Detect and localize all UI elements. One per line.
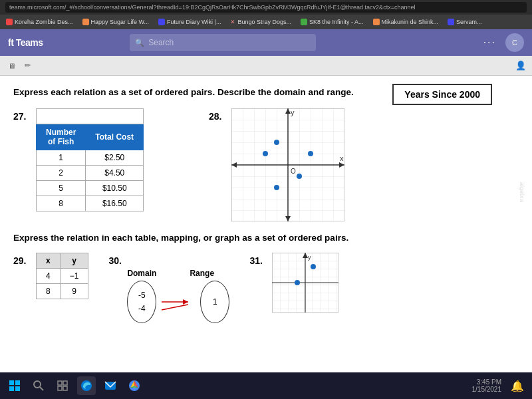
margin-watermark: algebra bbox=[519, 182, 525, 202]
svg-point-29 bbox=[34, 381, 41, 388]
svg-rect-26 bbox=[15, 380, 20, 385]
small-graph-31: y bbox=[272, 253, 338, 315]
problem-row-27-28: 27. Buying Aquarium Fish Number of Fish … bbox=[13, 108, 519, 221]
bookmark-3[interactable]: Future Diary Wiki |... bbox=[155, 17, 224, 27]
range-val-1: 1 bbox=[213, 297, 217, 307]
bookmark-label-3: Future Diary Wiki |... bbox=[167, 19, 221, 25]
taskbar-notification[interactable]: 🔔 bbox=[511, 380, 527, 392]
bookmark-icon-3 bbox=[158, 19, 165, 25]
years-since-label: Years Since 2000 bbox=[392, 84, 492, 105]
prob29-row2-x: 8 bbox=[37, 283, 61, 299]
search-placeholder: Search bbox=[148, 38, 174, 47]
taskbar-mail[interactable] bbox=[101, 376, 120, 395]
coordinate-grid-28: x y O bbox=[231, 108, 344, 221]
bookmark-icon-7 bbox=[448, 19, 454, 25]
taskbar-chrome[interactable] bbox=[125, 376, 144, 395]
bookmark-icon-6 bbox=[373, 19, 380, 25]
bookmark-1[interactable]: Koreha Zombie Des... bbox=[3, 17, 76, 27]
prob-num-29: 29. bbox=[13, 253, 32, 266]
fish-row2-cost: $4.50 bbox=[86, 165, 144, 180]
svg-text:O: O bbox=[291, 168, 296, 175]
grid-svg-31: y bbox=[272, 253, 338, 313]
svg-rect-27 bbox=[9, 386, 14, 391]
fish-table-title: Buying Aquarium Fish bbox=[37, 108, 144, 124]
svg-point-13 bbox=[297, 174, 302, 179]
svg-marker-16 bbox=[183, 299, 188, 305]
domain-val-1: -5 bbox=[138, 291, 146, 300]
fish-row4-cost: $16.50 bbox=[86, 196, 144, 211]
taskbar-search-button[interactable] bbox=[29, 376, 48, 395]
svg-point-12 bbox=[308, 151, 313, 156]
bookmark-5[interactable]: SK8 the Infinity - A... bbox=[297, 17, 367, 27]
bookmark-icon-5 bbox=[301, 19, 307, 25]
fish-row4-fish: 8 bbox=[37, 196, 86, 211]
taskbar-task-view[interactable] bbox=[53, 376, 72, 395]
bookmark-label-4: Bungo Stray Dogs... bbox=[237, 19, 291, 25]
mapping-arrow-svg bbox=[162, 281, 195, 323]
domain-label: Domain bbox=[127, 269, 156, 278]
toolbar-icon-pen[interactable]: ✏ bbox=[21, 60, 33, 72]
taskbar-clock: 3:45 PM 1/15/2021 bbox=[472, 378, 506, 393]
table-row: 1 $2.50 bbox=[37, 150, 144, 165]
url-text: teams.microsoft.com/_#/school/conversati… bbox=[9, 4, 415, 11]
table-row: 5 $10.50 bbox=[37, 180, 144, 196]
prob-num-27: 27. bbox=[13, 108, 32, 122]
prob-num-31: 31. bbox=[249, 253, 268, 266]
domain-oval: -5 -4 bbox=[127, 281, 156, 323]
teams-header: ft Teams 🔍 Search ··· C bbox=[0, 29, 532, 56]
fish-table-container: Buying Aquarium Fish Number of Fish Tota… bbox=[36, 108, 169, 211]
bookmark-6[interactable]: Mikakunin de Shink... bbox=[370, 17, 442, 27]
mail-icon bbox=[104, 380, 116, 392]
taskbar-edge[interactable] bbox=[77, 376, 96, 395]
prob-num-30: 30. bbox=[108, 253, 127, 266]
svg-rect-31 bbox=[58, 381, 62, 385]
problem-28: 28. bbox=[209, 108, 344, 221]
bookmark-7[interactable]: Servam... bbox=[444, 17, 485, 27]
search-icon: 🔍 bbox=[135, 39, 144, 47]
taskbar-time: 3:45 PM bbox=[477, 378, 501, 386]
url-display[interactable]: teams.microsoft.com/_#/school/conversati… bbox=[5, 2, 527, 13]
svg-rect-32 bbox=[63, 381, 67, 385]
bookmark-4[interactable]: ✕ Bungo Stray Dogs... bbox=[227, 17, 295, 27]
document-main: Years Since 2000 Express each relation a… bbox=[0, 76, 532, 399]
svg-line-30 bbox=[40, 387, 43, 390]
prob29-row2-y: 9 bbox=[60, 283, 88, 299]
prob29-table: x y 4 −1 8 9 bbox=[36, 253, 88, 299]
fish-row1-cost: $2.50 bbox=[86, 150, 144, 165]
bookmark-label-6: Mikakunin de Shink... bbox=[382, 19, 439, 25]
problem-29: 29. x y 4 −1 8 bbox=[13, 253, 88, 299]
prob29-row1-y: −1 bbox=[60, 268, 88, 283]
table-row: 4 −1 bbox=[37, 268, 88, 283]
toolbar-icon-person[interactable]: 👤 bbox=[515, 60, 527, 72]
bookmark-label-5: SK8 the Infinity - A... bbox=[309, 19, 364, 25]
bookmark-icon-1 bbox=[6, 19, 13, 25]
svg-text:x: x bbox=[340, 154, 344, 162]
user-avatar[interactable]: C bbox=[505, 33, 524, 52]
teams-logo: ft Teams bbox=[8, 37, 43, 48]
taskbar-windows-button[interactable] bbox=[5, 376, 24, 395]
table-row: 8 $16.50 bbox=[37, 196, 144, 211]
teams-search-bar[interactable]: 🔍 Search bbox=[130, 34, 316, 51]
fish-row3-fish: 5 bbox=[37, 180, 86, 196]
svg-rect-33 bbox=[58, 386, 62, 390]
toolbar-icon-monitor[interactable]: 🖥 bbox=[5, 60, 17, 72]
bookmark-label-1: Koreha Zombie Des... bbox=[15, 19, 73, 25]
windows-icon bbox=[9, 380, 20, 391]
edge-icon bbox=[80, 380, 92, 392]
bookmark-2[interactable]: Happy Sugar Life W... bbox=[79, 17, 153, 27]
svg-text:y: y bbox=[308, 254, 311, 261]
svg-point-14 bbox=[274, 185, 279, 190]
problem-30: 30. Domain Range -5 -4 bbox=[108, 253, 229, 323]
table-row: 8 9 bbox=[37, 283, 88, 299]
svg-rect-34 bbox=[63, 386, 67, 390]
svg-text:y: y bbox=[291, 108, 295, 116]
fish-col2-header: Total Cost bbox=[86, 124, 144, 150]
fish-table: Buying Aquarium Fish Number of Fish Tota… bbox=[36, 108, 144, 211]
taskbar-search-icon bbox=[33, 380, 44, 391]
fish-row3-cost: $10.50 bbox=[86, 180, 144, 196]
teams-more-options[interactable]: ··· bbox=[483, 37, 496, 49]
prob29-row1-x: 4 bbox=[37, 268, 61, 283]
svg-point-24 bbox=[295, 280, 300, 285]
fish-row2-fish: 2 bbox=[37, 165, 86, 180]
problem-31: 31. bbox=[249, 253, 338, 315]
